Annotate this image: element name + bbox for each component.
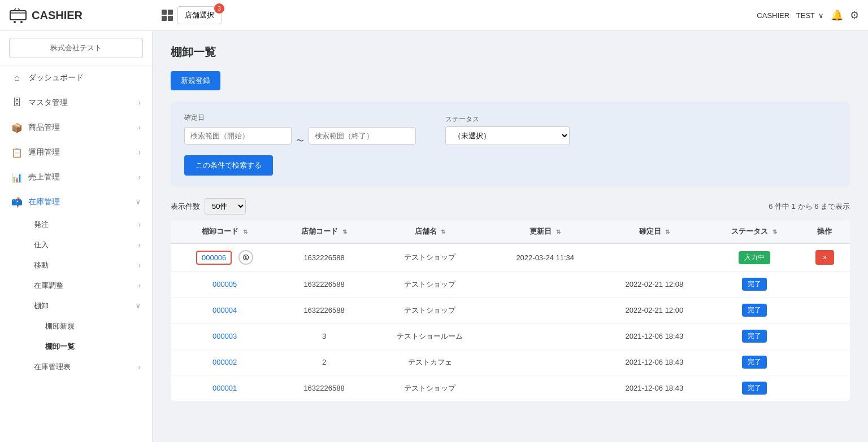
sidebar-item-inventory[interactable]: 📫 在庫管理 ∨: [0, 190, 152, 215]
cell-status: 完了: [709, 375, 800, 401]
product-icon: 📦: [11, 122, 23, 133]
status-badge: 入力中: [739, 251, 770, 264]
cell-store-code: 3: [279, 323, 370, 349]
th-action: 操作: [800, 220, 850, 243]
chart-icon: 📊: [11, 172, 23, 183]
logo: CASHIER: [9, 7, 162, 23]
sort-icon-confirmed-at: ⇅: [665, 229, 670, 235]
filter-area: 確定日 〜 ステータス （未選択） この条件で検索する: [171, 102, 850, 187]
code-link[interactable]: 000004: [212, 306, 237, 314]
th-confirmed-at[interactable]: 確定日 ⇅: [600, 220, 709, 243]
status-badge: 完了: [742, 382, 767, 395]
sidebar-item-inventory-table[interactable]: 在庫管理表 ›: [23, 357, 152, 377]
sidebar-item-sales[interactable]: 📊 売上管理 ›: [0, 165, 152, 190]
chevron-down-icon-tanaoroshi: ∨: [136, 302, 141, 310]
header: CASHIER 店舗選択 3 CASHIER TEST ∨ 🔔 ⚙: [0, 0, 868, 31]
cell-status: 完了: [709, 272, 800, 297]
date-end-input[interactable]: [309, 127, 416, 145]
sort-icon-status: ⇅: [772, 229, 777, 235]
table-info: 6 件中 1 から 6 まで表示: [769, 202, 850, 212]
code-link[interactable]: 000006: [196, 251, 232, 265]
sidebar-item-dashboard[interactable]: ⌂ ダッシュボード: [0, 65, 152, 90]
code-link[interactable]: 000002: [212, 358, 237, 366]
notification-icon[interactable]: 🔔: [831, 9, 843, 21]
search-button[interactable]: この条件で検索する: [184, 155, 273, 176]
sidebar-label-tanaoroshi-new: 棚卸新規: [45, 321, 75, 331]
delete-button[interactable]: ×: [815, 250, 834, 265]
code-link[interactable]: 000003: [212, 332, 237, 340]
status-select[interactable]: （未選択）: [445, 126, 570, 145]
cell-status: 完了: [709, 297, 800, 323]
header-chevron-icon[interactable]: ∨: [818, 11, 824, 20]
kakutei-filter-group: 確定日 〜: [184, 113, 416, 146]
chevron-right-icon-order: ›: [138, 221, 141, 229]
sidebar-item-transfer[interactable]: 移動 ›: [23, 255, 152, 275]
cell-confirmed-at: 2021-12-06 18:43: [600, 375, 709, 401]
sidebar-item-adjust[interactable]: 在庫調整 ›: [23, 275, 152, 296]
logo-text: CASHIER: [32, 9, 83, 22]
sidebar-item-tanaoroshi-new[interactable]: 棚卸新規: [34, 316, 152, 336]
svg-rect-0: [10, 11, 26, 20]
cell-confirmed-at: 2022-02-21 12:08: [600, 272, 709, 297]
cell-updated-at: [491, 297, 600, 323]
cell-action: [800, 272, 850, 297]
cell-confirmed-at: [600, 243, 709, 272]
sidebar-item-purchase[interactable]: 仕入 ›: [23, 235, 152, 255]
new-registration-button[interactable]: 新規登録: [171, 71, 220, 90]
sidebar-item-master[interactable]: 🗄 マスタ管理 ›: [0, 90, 152, 115]
cell-code: 000004: [171, 297, 279, 323]
th-store-name[interactable]: 店舗名 ⇅: [370, 220, 491, 243]
sidebar-label-tanaoroshi-list: 棚卸一覧: [45, 342, 75, 352]
cell-confirmed-at: 2022-02-21 12:00: [600, 297, 709, 323]
sidebar-label-transfer: 移動: [34, 260, 49, 270]
th-updated-at[interactable]: 更新日 ⇅: [491, 220, 600, 243]
svg-point-1: [14, 21, 16, 23]
cell-updated-at: [491, 272, 600, 297]
th-store-code[interactable]: 店舗コード ⇅: [279, 220, 370, 243]
per-page-select[interactable]: 50件 100件 200件: [205, 198, 246, 215]
settings-icon[interactable]: ⚙: [850, 9, 859, 21]
page-title: 棚卸一覧: [171, 45, 850, 60]
chevron-right-icon-2: ›: [138, 124, 141, 132]
cell-status: 完了: [709, 323, 800, 349]
header-right: CASHIER TEST ∨ 🔔 ⚙: [757, 9, 859, 21]
date-start-input[interactable]: [184, 127, 292, 145]
chevron-right-icon-inv-table: ›: [138, 363, 141, 371]
sidebar: 株式会社テスト ⌂ ダッシュボード 🗄 マスタ管理 › 📦 商品管理 › 📋 運…: [0, 31, 153, 442]
company-label: 株式会社テスト: [9, 38, 143, 58]
app-body: 株式会社テスト ⌂ ダッシュボード 🗄 マスタ管理 › 📦 商品管理 › 📋 運…: [0, 31, 868, 442]
cell-action: ×: [800, 243, 850, 272]
code-link[interactable]: 000005: [212, 280, 237, 288]
header-center: 店舗選択 3: [162, 6, 757, 24]
sidebar-label-purchase: 仕入: [34, 240, 49, 250]
store-select-button[interactable]: 店舗選択 3: [177, 6, 222, 24]
cell-status: 完了: [709, 349, 800, 375]
th-code[interactable]: 棚卸コード ⇅: [171, 220, 279, 243]
cell-action: [800, 323, 850, 349]
cell-store-name: テストショップ: [370, 297, 491, 323]
chevron-right-icon: ›: [138, 99, 141, 107]
sidebar-item-product[interactable]: 📦 商品管理 ›: [0, 115, 152, 140]
clipboard-icon: 📋: [11, 147, 23, 158]
table-body: 000006①1632226588テストショップ2022-03-24 11:34…: [171, 243, 850, 401]
sidebar-label-adjust: 在庫調整: [34, 281, 63, 291]
status-badge: 完了: [742, 304, 767, 317]
sidebar-item-tanaoroshi[interactable]: 棚卸 ∨: [23, 296, 152, 316]
store-select-label: 店舗選択: [185, 10, 214, 20]
th-status[interactable]: ステータス ⇅: [709, 220, 800, 243]
sidebar-item-tanaoroshi-list[interactable]: 棚卸一覧: [34, 336, 152, 357]
sidebar-label-sales: 売上管理: [28, 172, 133, 182]
code-link[interactable]: 000001: [212, 384, 237, 392]
chevron-right-icon-3: ›: [138, 148, 141, 156]
chevron-right-icon-transfer: ›: [138, 261, 141, 269]
cell-updated-at: [491, 375, 600, 401]
cell-store-name: テストショップ: [370, 272, 491, 297]
table-row: 0000033テストショールーム2021-12-06 18:43完了: [171, 323, 850, 349]
sidebar-item-operations[interactable]: 📋 運用管理 ›: [0, 140, 152, 165]
table-header: 棚卸コード ⇅ 店舗コード ⇅ 店舗名 ⇅ 更新日 ⇅: [171, 220, 850, 243]
cell-store-code: 1632226588: [279, 375, 370, 401]
cell-updated-at: [491, 349, 600, 375]
per-page-group: 表示件数 50件 100件 200件: [171, 198, 246, 215]
status-filter-group: ステータス （未選択）: [445, 115, 570, 145]
sidebar-item-order[interactable]: 発注 ›: [23, 215, 152, 235]
